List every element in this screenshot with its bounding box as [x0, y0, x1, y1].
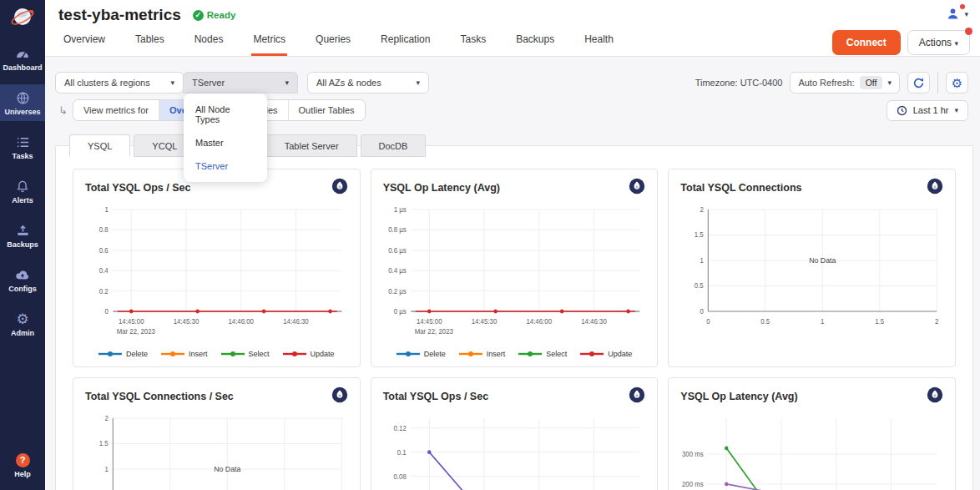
yugabyte-logo-icon[interactable] [927, 178, 943, 198]
svg-text:0: 0 [706, 318, 710, 326]
actions-button[interactable]: Actions ▾ [907, 30, 970, 55]
legend-item-delete[interactable]: Delete [99, 350, 148, 358]
auto-refresh-value: Off [860, 76, 883, 89]
svg-text:14:45:00: 14:45:00 [119, 318, 144, 326]
svg-text:1: 1 [821, 318, 825, 326]
legend-item-insert[interactable]: Insert [459, 350, 506, 358]
sidebar-item-label: Dashboard [3, 63, 42, 72]
svg-text:0: 0 [700, 308, 705, 316]
legend-label: Insert [189, 350, 208, 358]
legend-item-update[interactable]: Update [283, 350, 335, 358]
svg-text:2: 2 [700, 206, 705, 214]
svg-text:0.5: 0.5 [761, 318, 770, 326]
dropdown-option-all-node-types[interactable]: All Node Types [184, 98, 267, 131]
chart-header: Total YSQL Ops / Sec [383, 386, 646, 407]
chart-legend: DeleteInsertSelectUpdate [383, 345, 646, 363]
node-type-select[interactable]: TServer▾ [183, 72, 298, 93]
yugabyte-logo-icon[interactable] [927, 386, 943, 407]
svg-text:0.6: 0.6 [99, 247, 109, 255]
time-range-button[interactable]: Last 1 hr ▾ [887, 100, 968, 121]
metric-tab-docdb[interactable]: DocDB [361, 134, 427, 157]
tab-tasks[interactable]: Tasks [458, 27, 487, 56]
svg-text:1: 1 [104, 206, 109, 214]
sidebar-item-alerts[interactable]: Alerts [0, 173, 45, 210]
sidebar-item-configs[interactable]: Configs [0, 261, 45, 298]
svg-text:1.5: 1.5 [99, 440, 109, 447]
auto-refresh-control[interactable]: Auto Refresh: Off ▾ [790, 72, 900, 93]
sidebar-item-label: Admin [11, 329, 34, 337]
svg-text:Mar 22, 2023: Mar 22, 2023 [414, 328, 453, 336]
admin-icon: ⚙ [16, 311, 28, 326]
chart-canvas-2[interactable]: 00.511.5200.511.52No Data [680, 201, 943, 345]
sidebar-item-admin[interactable]: ⚙Admin [0, 306, 45, 342]
chart-canvas-1[interactable]: 0 µs0.2 µs0.4 µs0.6 µs0.8 µs1 µs14:45:00… [383, 201, 646, 345]
chart-title: Total YSQL Connections / Sec [85, 391, 234, 402]
divider [937, 72, 938, 93]
legend-item-delete[interactable]: Delete [397, 350, 446, 358]
az-node-select[interactable]: All AZs & nodes▾ [307, 72, 429, 93]
tab-backups[interactable]: Backups [514, 27, 556, 56]
yugabyte-rocket-logo[interactable] [0, 2, 45, 33]
top-actions: Connect Actions ▾ [832, 30, 970, 55]
chart-canvas-4[interactable]: 0.060.080.10.12 [383, 410, 646, 490]
status-badge: ✓ Ready [193, 10, 236, 21]
svg-text:200 ms: 200 ms [682, 481, 704, 488]
yugabyte-logo-icon[interactable] [331, 178, 348, 198]
chart-header: Total YSQL Connections / Sec [85, 386, 348, 407]
dashboard-icon [15, 46, 30, 61]
view-option-outlier-tables[interactable]: Outlier Tables [288, 100, 365, 120]
chart-title: Total YSQL Ops / Sec [85, 182, 190, 194]
sidebar-item-universes[interactable]: Universes [0, 84, 45, 121]
connect-button[interactable]: Connect [832, 30, 901, 55]
help-icon: ? [16, 452, 30, 467]
chart-canvas-3[interactable]: 00.511.5200.511.52No Data [85, 410, 348, 490]
svg-text:1: 1 [104, 466, 109, 473]
yugabyte-logo-icon[interactable] [629, 386, 645, 407]
legend-item-insert[interactable]: Insert [161, 350, 208, 358]
svg-text:300 ms: 300 ms [682, 451, 704, 458]
hook-arrow-icon: ↳ [58, 104, 68, 117]
svg-text:0.12: 0.12 [393, 424, 407, 432]
sidebar-item-dashboard[interactable]: Dashboard [0, 40, 45, 77]
chart-card-1: YSQL Op Latency (Avg)0 µs0.2 µs0.4 µs0.6… [371, 169, 659, 367]
tab-metrics[interactable]: Metrics [251, 27, 287, 56]
chart-canvas-0[interactable]: 00.20.40.60.8114:45:00Mar 22, 202314:45:… [85, 201, 348, 345]
tab-health[interactable]: Health [583, 27, 615, 56]
svg-text:0.8 µs: 0.8 µs [388, 226, 407, 234]
tab-nodes[interactable]: Nodes [193, 27, 225, 56]
sidebar-item-tasks[interactable]: Tasks [0, 129, 45, 165]
metric-tab-ysql[interactable]: YSQL [69, 134, 130, 157]
svg-text:2: 2 [104, 415, 109, 422]
dropdown-option-tserver[interactable]: TServer [184, 154, 267, 178]
legend-item-update[interactable]: Update [580, 350, 632, 358]
sidebar-nav: DashboardUniversesTasksAlertsBackupsConf… [0, 40, 45, 342]
legend-item-select[interactable]: Select [518, 350, 567, 358]
yugabyte-logo-icon[interactable] [629, 178, 645, 198]
backups-icon [16, 223, 30, 238]
tasks-icon [16, 134, 30, 149]
tab-replication[interactable]: Replication [379, 27, 432, 56]
cluster-region-select[interactable]: All clusters & regions▾ [55, 72, 184, 93]
legend-label: Insert [487, 350, 506, 358]
svg-text:2: 2 [935, 318, 939, 326]
dropdown-option-master[interactable]: Master [184, 131, 267, 154]
notification-dot [960, 4, 965, 9]
gear-icon: ⚙ [952, 77, 962, 89]
sidebar: DashboardUniversesTasksAlertsBackupsConf… [0, 0, 45, 490]
sidebar-item-help[interactable]: ? Help [0, 447, 45, 483]
metric-tab-tablet-server[interactable]: Tablet Server [266, 134, 357, 157]
page-title: test-yba-metrics [58, 6, 181, 24]
sidebar-item-backups[interactable]: Backups [0, 217, 45, 254]
tab-tables[interactable]: Tables [134, 27, 166, 56]
chart-canvas-5[interactable]: 200 ms300 ms [680, 410, 943, 490]
timezone-label: Timezone: UTC-0400 [695, 78, 783, 88]
legend-label: Delete [424, 350, 446, 358]
user-menu[interactable]: ▾ [946, 7, 968, 21]
main-area: test-yba-metrics ✓ Ready OverviewTablesN… [45, 0, 980, 490]
tab-overview[interactable]: Overview [62, 27, 107, 56]
tab-queries[interactable]: Queries [314, 27, 352, 56]
yugabyte-logo-icon[interactable] [331, 386, 348, 407]
settings-button[interactable]: ⚙ [946, 72, 968, 93]
refresh-button[interactable] [907, 72, 930, 93]
legend-item-select[interactable]: Select [221, 350, 270, 358]
